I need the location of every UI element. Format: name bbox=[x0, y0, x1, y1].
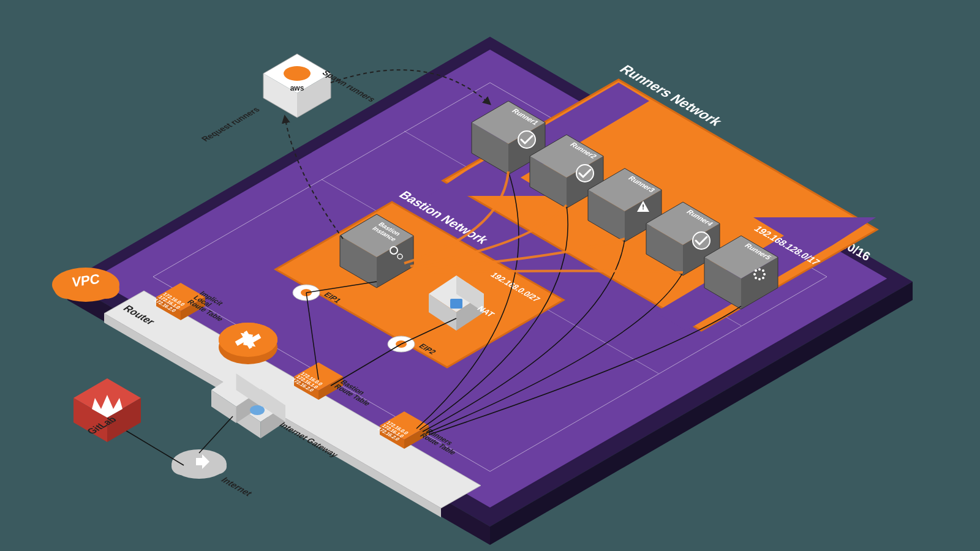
aws-request-label: Request runners bbox=[199, 106, 262, 143]
svg-point-61 bbox=[250, 405, 265, 415]
svg-point-67 bbox=[284, 66, 311, 81]
vpc-label-cloud: VPC bbox=[52, 268, 119, 302]
internet-cloud: Internet bbox=[172, 449, 255, 498]
svg-text:!: ! bbox=[642, 203, 644, 211]
router-icon bbox=[219, 323, 277, 364]
gitlab: GitLab bbox=[74, 378, 141, 442]
internet-label: Internet bbox=[219, 476, 254, 497]
svg-line-65 bbox=[199, 416, 233, 453]
svg-point-63 bbox=[172, 458, 194, 475]
svg-line-66 bbox=[123, 429, 184, 465]
svg-text:aws: aws bbox=[290, 84, 304, 92]
svg-rect-45 bbox=[450, 299, 462, 309]
